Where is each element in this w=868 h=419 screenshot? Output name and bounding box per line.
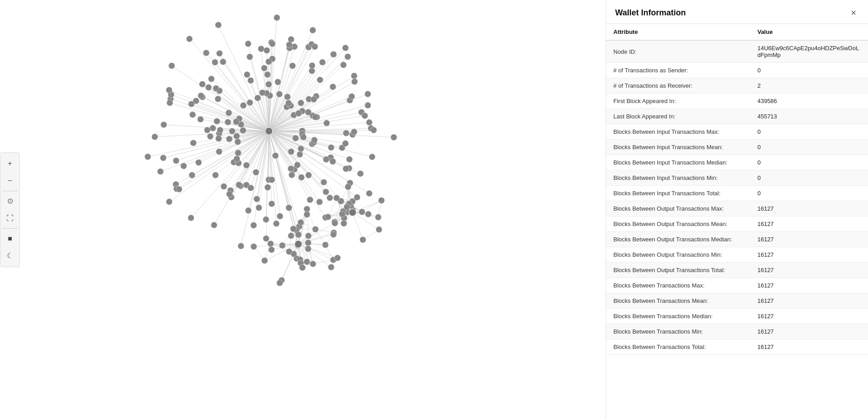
svg-point-411	[152, 134, 158, 140]
attribute-cell: Blocks Between Input Transactions Max:	[606, 124, 750, 140]
table-row: Blocks Between Transactions Total:16127	[606, 339, 868, 355]
close-button[interactable]: ×	[848, 7, 859, 18]
svg-point-473	[391, 134, 397, 141]
svg-point-496	[180, 163, 187, 169]
svg-point-350	[321, 179, 327, 185]
svg-point-435	[244, 71, 250, 78]
value-cell: 0	[750, 170, 868, 186]
attribute-cell: Blocks Between Transactions Min:	[606, 324, 750, 339]
svg-point-401	[323, 120, 330, 126]
value-cell: 16127	[750, 217, 868, 232]
svg-point-536	[269, 177, 275, 183]
svg-point-572	[299, 264, 306, 271]
value-cell: 16127	[750, 278, 868, 293]
table-row: Blocks Between Output Transactions Mean:…	[606, 217, 868, 232]
svg-point-557	[312, 226, 318, 232]
svg-point-432	[203, 50, 209, 56]
svg-point-465	[243, 162, 250, 169]
svg-point-533	[362, 113, 368, 119]
value-cell: 16127	[750, 324, 868, 339]
attribute-cell: Blocks Between Output Transactions Total…	[606, 263, 750, 278]
svg-point-501	[295, 110, 302, 117]
table-row: Node ID:14U6Ew9c6CApE2pu4oHDZPeSwDoLdFpm…	[606, 40, 868, 63]
svg-point-544	[311, 96, 317, 103]
attribute-cell: Blocks Between Output Transactions Media…	[606, 232, 750, 247]
svg-point-571	[276, 280, 283, 286]
svg-point-431	[213, 85, 219, 92]
svg-point-358	[305, 172, 312, 179]
svg-point-400	[236, 182, 242, 188]
svg-point-511	[288, 165, 294, 172]
svg-point-444	[207, 133, 213, 140]
table-row: Last Block Appeared In:455713	[606, 109, 868, 124]
svg-point-573	[330, 231, 337, 238]
svg-point-563	[304, 259, 310, 265]
svg-point-566	[286, 249, 292, 255]
target-button[interactable]: ⊙	[2, 193, 18, 209]
stop-button[interactable]: ■	[2, 231, 18, 247]
value-cell: 16127	[750, 263, 868, 278]
svg-line-171	[170, 103, 269, 131]
info-table-container[interactable]: Attribute Value Node ID:14U6Ew9c6CApE2pu…	[606, 24, 868, 419]
network-graph[interactable]	[0, 0, 606, 419]
svg-point-530	[312, 114, 318, 120]
panel-header: Wallet Information ×	[606, 0, 868, 24]
svg-point-455	[245, 41, 251, 47]
svg-point-378	[251, 222, 257, 228]
svg-point-418	[274, 14, 280, 21]
svg-point-409	[316, 199, 323, 205]
svg-point-504	[235, 150, 242, 156]
svg-point-458	[330, 51, 337, 57]
svg-line-245	[353, 212, 363, 240]
svg-point-581	[359, 209, 365, 215]
svg-point-349	[276, 91, 283, 97]
svg-point-595	[266, 127, 273, 135]
svg-point-520	[264, 47, 270, 53]
svg-point-414	[214, 118, 220, 124]
dark-mode-button[interactable]: ☾	[2, 248, 18, 264]
attribute-cell: Blocks Between Input Transactions Min:	[606, 170, 750, 186]
svg-point-472	[288, 148, 294, 155]
svg-point-583	[339, 211, 346, 217]
attribute-cell: Blocks Between Output Transactions Max:	[606, 201, 750, 217]
svg-point-469	[226, 191, 232, 198]
value-cell: 455713	[750, 109, 868, 124]
zoom-in-button[interactable]: +	[2, 155, 18, 172]
svg-point-514	[295, 231, 302, 238]
fullscreen-button[interactable]: ⛶	[2, 210, 18, 226]
svg-point-558	[288, 233, 294, 239]
svg-point-499	[311, 137, 318, 143]
svg-point-500	[351, 79, 358, 85]
value-cell: 16127	[750, 293, 868, 309]
svg-point-574	[305, 240, 311, 246]
svg-point-405	[366, 119, 372, 126]
svg-point-422	[327, 195, 333, 201]
svg-point-543	[312, 43, 318, 50]
attribute-cell: Blocks Between Output Transactions Mean:	[606, 217, 750, 232]
svg-point-345	[258, 46, 264, 52]
table-row: Blocks Between Output Transactions Max:1…	[606, 201, 868, 217]
svg-point-346	[261, 65, 267, 71]
svg-point-519	[199, 81, 205, 87]
value-cell: 0	[750, 124, 868, 140]
svg-point-589	[375, 214, 381, 221]
svg-point-587	[378, 197, 384, 203]
graph-area: + − ⊙ ⛶ ■ ☾	[0, 0, 606, 419]
info-panel: Wallet Information × Attribute Value Nod…	[606, 0, 868, 419]
value-cell: 16127	[750, 247, 868, 263]
svg-point-386	[342, 45, 349, 51]
svg-point-396	[247, 185, 254, 191]
svg-point-468	[245, 207, 251, 214]
svg-point-561	[322, 242, 328, 248]
svg-point-410	[272, 152, 279, 159]
zoom-out-button[interactable]: −	[2, 173, 18, 189]
svg-point-395	[286, 205, 292, 211]
svg-point-524	[169, 62, 175, 69]
attribute-cell: Blocks Between Input Transactions Total:	[606, 186, 750, 201]
panel-title: Wallet Information	[615, 8, 686, 18]
svg-point-398	[253, 169, 259, 175]
svg-point-445	[343, 130, 349, 137]
attribute-cell: Blocks Between Input Transactions Median…	[606, 155, 750, 170]
svg-point-471	[259, 89, 266, 96]
svg-point-434	[319, 59, 326, 66]
